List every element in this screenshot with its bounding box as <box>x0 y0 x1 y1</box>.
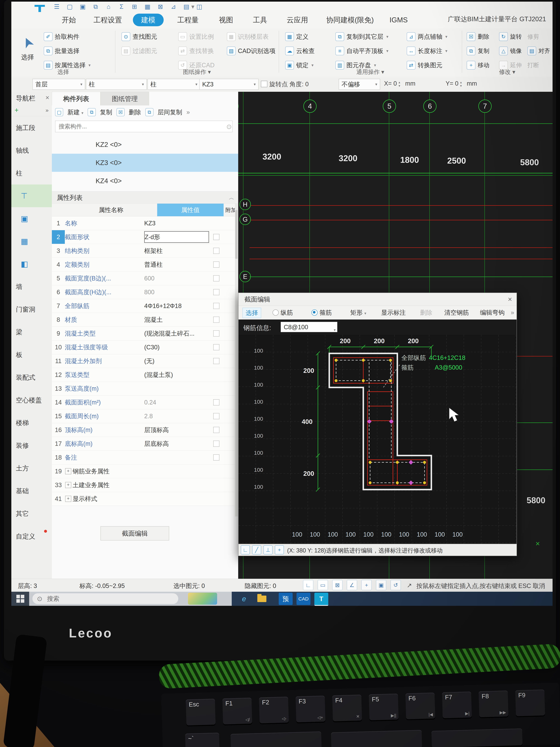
extra-checkbox[interactable] <box>209 220 223 226</box>
nav-item[interactable]: 装配式 <box>11 366 52 389</box>
nav-item[interactable]: 墙 <box>11 275 52 298</box>
component-list-item[interactable]: KZ4 <0> <box>52 172 238 190</box>
ortho-icon-button[interactable]: ∟ <box>241 545 250 555</box>
mirror-button[interactable]: △镜像 <box>499 45 522 57</box>
qat-icon[interactable]: ⊠ <box>156 2 165 11</box>
property-row[interactable]: 7 全部纵筋 4Φ16+12Φ18 <box>52 299 238 313</box>
angle-snap-button[interactable]: ∠ <box>347 580 357 590</box>
nav-item[interactable]: 装修 <box>11 434 52 457</box>
tilde-key[interactable]: ~` <box>185 732 220 747</box>
keyboard-key[interactable] <box>331 730 422 747</box>
keyboard-key[interactable]: F1 ◁/ <box>222 698 252 724</box>
nav-item[interactable]: ◧ <box>11 253 52 275</box>
property-row[interactable]: 41 显示样式 <box>52 492 238 506</box>
find-replace-button[interactable]: ⇄查找替换 <box>178 45 214 57</box>
property-row[interactable]: 16 顶标高(m) 层顶标高 <box>52 423 238 437</box>
two-point-axis-button[interactable]: ⊿两点辅轴▾ <box>407 30 447 43</box>
extra-checkbox[interactable] <box>209 372 223 378</box>
extra-checkbox[interactable] <box>209 303 223 309</box>
property-row[interactable]: 8 材质 混凝土 <box>52 313 238 327</box>
extra-checkbox[interactable] <box>209 399 223 406</box>
spinner-icon[interactable]: ▴▾ <box>399 80 403 87</box>
keyboard-key[interactable] <box>431 728 523 747</box>
property-row[interactable]: 19 钢筋业务属性 <box>52 464 238 478</box>
pick-component-button[interactable]: ✐拾取构件 <box>44 30 79 43</box>
align-button[interactable]: ▤对齐▾ <box>528 45 553 57</box>
section-canvas[interactable]: 100 100 100 100 100 100 100 100 100 100 … <box>239 335 516 544</box>
nav-item[interactable]: ⊤ <box>11 184 52 207</box>
offset-selector[interactable]: 不偏移▾ <box>339 79 380 90</box>
tab-start[interactable]: 开始 <box>55 14 83 26</box>
qat-icon[interactable]: ⌂ <box>104 2 113 11</box>
extra-checkbox[interactable] <box>209 441 223 447</box>
property-row[interactable]: 1 名称 KZ3 <box>52 216 238 230</box>
property-row[interactable]: 5 截面宽度(B边)(... 600 <box>52 272 238 285</box>
element-selector[interactable]: KZ3▾ <box>199 79 259 90</box>
scrollbar[interactable] <box>235 204 238 516</box>
cloud-check-button[interactable]: ☁云检查 <box>285 45 315 57</box>
layer-copy-button[interactable]: 层间复制 <box>158 108 182 117</box>
property-row[interactable]: 10 混凝土强度等级 (C30) <box>52 340 238 354</box>
close-icon[interactable]: × <box>508 293 512 306</box>
keyboard-key[interactable]: F4 ✕ <box>332 695 362 721</box>
keyboard-key[interactable]: F7 ▶| <box>442 692 472 718</box>
property-row[interactable]: 33 土建业务属性 <box>52 478 238 492</box>
extra-checkbox[interactable] <box>209 317 223 323</box>
property-row[interactable]: 15 截面周长(m) 2.8 <box>52 409 238 423</box>
property-row[interactable]: 9 混凝土类型 (现浇混凝土碎石... <box>52 327 238 340</box>
start-button[interactable] <box>11 592 29 606</box>
qat-more-icon[interactable]: ▾ <box>188 2 198 11</box>
filter-element-button[interactable]: ▤过滤图元 <box>122 45 157 57</box>
keyboard-key[interactable] <box>231 731 322 747</box>
nav-item[interactable]: ▣ <box>11 207 52 230</box>
copy-component-button[interactable]: 复制 <box>100 108 112 117</box>
tab-component-list[interactable]: 构件列表 <box>52 92 101 105</box>
tab-modeling[interactable]: 建模 <box>133 14 164 26</box>
nav-item[interactable]: 板 <box>11 343 52 366</box>
spinner-icon[interactable]: ▴▾ <box>460 80 465 87</box>
nav-item[interactable]: ▦ <box>11 230 52 253</box>
ie-icon[interactable]: e <box>238 593 250 605</box>
diagonal-icon-button[interactable]: ╱ <box>252 545 261 555</box>
taskbar-tile-cad[interactable]: CAD <box>296 593 311 605</box>
copy-button[interactable]: ⧉复制 <box>466 45 489 57</box>
trim-button[interactable]: 修剪 <box>528 30 539 43</box>
dialog-select-button[interactable]: 选择 <box>242 308 261 318</box>
expand-plus-icon[interactable] <box>65 482 71 488</box>
folder-icon[interactable] <box>256 593 268 605</box>
nav-item[interactable]: 基础 <box>11 480 52 502</box>
tab-quantity[interactable]: 工程量 <box>170 14 206 26</box>
extra-checkbox[interactable] <box>209 455 223 461</box>
property-row[interactable]: 18 备注 <box>52 450 238 464</box>
tab-tools[interactable]: 工具 <box>246 14 274 26</box>
nav-item[interactable]: 轴线 <box>11 139 52 162</box>
ortho-toggle-button[interactable]: ∟ <box>303 580 313 590</box>
rotate-point-checkbox[interactable] <box>261 81 267 87</box>
expand-icon[interactable]: » <box>46 107 49 113</box>
nav-item[interactable]: 门窗洞 <box>11 298 52 321</box>
property-row[interactable]: 12 泵送类型 (混凝土泵) <box>52 368 238 382</box>
property-row[interactable]: 2 截面形状 Z-d形 <box>52 230 238 244</box>
intersect-snap-button[interactable]: ⊠ <box>332 580 343 590</box>
extra-checkbox[interactable] <box>209 275 223 281</box>
more-icon[interactable]: » <box>187 109 190 116</box>
x-offset-field[interactable]: X= 0 ▴▾ mm <box>384 80 416 87</box>
qat-icon[interactable]: ⊞ <box>130 2 139 11</box>
floor-selector[interactable]: 首层▾ <box>32 79 85 90</box>
select-tool-button[interactable]: ➤ 选择 <box>16 30 40 67</box>
expand-plus-icon[interactable] <box>65 468 71 474</box>
delete-button[interactable]: ☒删除 <box>466 30 489 43</box>
rotate-button[interactable]: ↻旋转 <box>499 30 522 43</box>
close-icon[interactable]: × <box>46 94 49 101</box>
weather-widget-icon[interactable] <box>188 593 217 605</box>
delete-component-button[interactable]: 删除 <box>129 108 141 117</box>
qat-icon[interactable]: ▣ <box>78 2 87 11</box>
property-row[interactable]: 13 泵送高度(m) <box>52 382 238 395</box>
copy-to-other-floor-button[interactable]: ⧉复制到其它层▾ <box>336 30 389 43</box>
tab-cloud[interactable]: 云应用 <box>280 14 314 26</box>
tab-drawing-management[interactable]: 图纸管理 <box>101 92 149 105</box>
taskbar-tile-yu[interactable]: 预 <box>279 593 293 605</box>
show-dim-button[interactable]: 显示标注 <box>381 308 406 317</box>
extra-checkbox[interactable] <box>209 344 223 350</box>
tab-view[interactable]: 视图 <box>212 14 240 26</box>
